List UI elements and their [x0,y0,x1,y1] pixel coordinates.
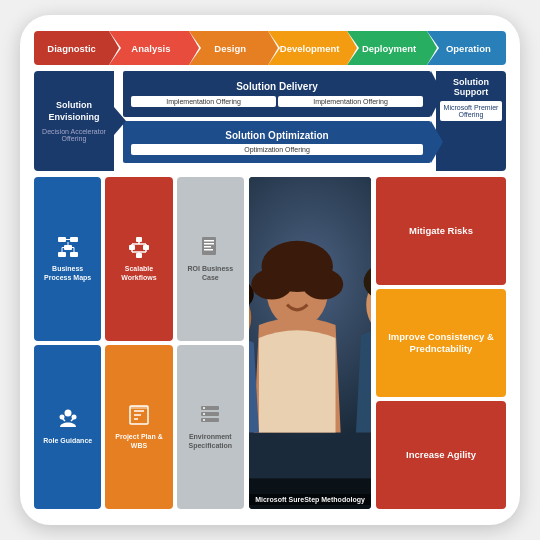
svg-rect-14 [136,253,142,258]
tile-roi-business-case[interactable]: ROI Business Case [177,177,244,341]
svg-point-34 [71,415,76,420]
svg-rect-27 [204,243,214,245]
svg-point-50 [251,269,292,300]
solution-optimization: Solution Optimization Optimization Offer… [123,121,431,163]
tile-business-process-maps[interactable]: Business Process Maps [34,177,101,341]
phase-bar: Diagnostic Analysis Design Development D… [34,31,506,65]
svg-rect-28 [204,246,211,248]
tile-scalable-workflows[interactable]: Scalable Workflows [105,177,172,341]
svg-point-45 [203,419,205,421]
right-labels: Mitigate Risks Improve Consistency & Pre… [376,177,506,509]
main-container: Diagnostic Analysis Design Development D… [20,15,520,525]
svg-point-44 [203,413,205,415]
solution-envisioning: Solution Envisioning Decision Accelerato… [34,71,114,171]
tile-role-guidance[interactable]: Role Guidance [34,345,101,509]
icon-grid: Business Process Maps [34,177,244,509]
svg-point-51 [302,269,343,300]
photo-caption: Microsoft SureStep Methodology [249,494,371,505]
svg-point-33 [59,415,64,420]
env-spec-icon [199,404,221,431]
solution-support: Solution Support Microsoft Premier Offer… [436,71,506,171]
roi-icon [199,236,221,263]
tile-environment-spec[interactable]: Environment Specification [177,345,244,509]
svg-point-43 [203,407,205,409]
phase-diagnostic: Diagnostic [34,31,109,65]
svg-rect-1 [70,237,78,242]
svg-rect-39 [130,406,148,409]
svg-rect-29 [204,249,213,251]
middle-center: Solution Delivery Implementation Offerin… [123,71,431,171]
svg-rect-3 [58,252,66,257]
label-improve-consistency: Improve Consistency & Prednctability [376,289,506,397]
middle-section: Solution Envisioning Decision Accelerato… [34,71,506,171]
bottom-section: Business Process Maps [34,177,506,509]
photo-area: Microsoft SureStep Methodology [249,177,371,509]
svg-rect-4 [70,252,78,257]
svg-rect-26 [204,240,214,242]
people-svg [249,177,371,509]
svg-rect-2 [64,245,72,250]
svg-rect-0 [58,237,66,242]
project-plan-icon [128,404,150,431]
process-map-icon [57,236,79,263]
svg-rect-11 [136,237,142,242]
role-icon [57,408,79,435]
svg-point-30 [64,410,71,417]
solution-delivery: Solution Delivery Implementation Offerin… [123,71,431,117]
workflow-icon [128,236,150,263]
tile-project-plan[interactable]: Project Plan & WBS [105,345,172,509]
label-mitigate-risks: Mitigate Risks [376,177,506,285]
svg-rect-12 [129,245,135,250]
svg-rect-13 [143,245,149,250]
label-increase-agility: Increase Agility [376,401,506,509]
